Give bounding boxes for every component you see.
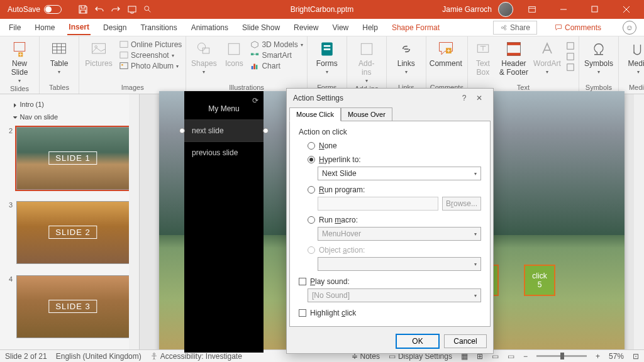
thumbnail-slide-2[interactable]: SLIDE 1 (16, 127, 130, 190)
thumbnail-slide-3[interactable]: SLIDE 2 (16, 201, 130, 264)
dialog-tab-over[interactable]: Mouse Over (341, 107, 392, 121)
ok-button[interactable]: OK (396, 334, 439, 348)
links-button[interactable]: Links▾ (391, 40, 422, 75)
user-avatar[interactable] (498, 2, 513, 17)
toggle-switch[interactable] (44, 5, 62, 14)
minimize-icon[interactable] (551, 0, 576, 19)
dialog-help-icon[interactable]: ? (457, 94, 472, 102)
textbox-button[interactable]: Text Box (472, 40, 494, 77)
text-mini-1[interactable] (566, 41, 575, 50)
svg-rect-20 (256, 65, 258, 69)
screenshot-button[interactable]: Screenshot ▾ (119, 51, 182, 60)
zoom-in-icon[interactable]: + (596, 352, 600, 361)
check-play-sound[interactable]: Play sound: (299, 277, 481, 286)
svg-point-13 (198, 43, 206, 50)
group-slides-label: Slides (4, 84, 35, 94)
autosave-toggle[interactable]: AutoSave (3, 5, 67, 14)
tab-shape-format[interactable]: Shape Format (391, 21, 441, 35)
object-action-select: ▾ (318, 257, 481, 271)
pictures-button[interactable]: Pictures (83, 40, 114, 68)
tab-home[interactable]: Home (33, 21, 56, 35)
slide-indicator[interactable]: Slide 2 of 21 (5, 352, 47, 361)
online-pictures-button[interactable]: Online Pictures (119, 40, 182, 49)
radio-none[interactable]: None (308, 141, 481, 150)
tab-design[interactable]: Design (102, 21, 128, 35)
media-button[interactable]: Media▾ (623, 40, 644, 75)
close-icon[interactable] (614, 0, 639, 19)
zoom-level[interactable]: 57% (609, 352, 624, 361)
tab-help[interactable]: Help (361, 21, 379, 35)
refresh-icon[interactable]: ⟳ (252, 96, 258, 105)
svg-point-8 (95, 46, 97, 48)
slideshow-icon[interactable] (127, 4, 137, 14)
radio-run-program[interactable]: Run program: (308, 185, 481, 194)
tab-view[interactable]: View (331, 21, 350, 35)
title-bar: AutoSave BrightCarbon.pptm Jamie Garroch (0, 0, 644, 19)
redo-icon[interactable] (111, 4, 121, 14)
chevron-down-icon: ▾ (474, 171, 477, 177)
addins-button[interactable]: Add- ins▾ (351, 40, 382, 84)
icons-button[interactable]: Icons (223, 40, 245, 68)
tab-insert[interactable]: Insert (67, 20, 91, 35)
svg-point-12 (121, 64, 123, 66)
outline-scrollbar[interactable] (129, 94, 139, 349)
symbols-button[interactable]: Symbols▾ (583, 40, 614, 75)
document-title: BrightCarbon.pptm (291, 5, 354, 14)
save-icon[interactable] (78, 4, 88, 14)
smartart-button[interactable]: SmartArt (250, 51, 303, 60)
svg-rect-2 (529, 7, 536, 13)
fit-window-icon[interactable]: ⊡ (633, 352, 639, 361)
zoom-out-icon[interactable]: − (523, 352, 528, 361)
photo-album-button[interactable]: Photo Album ▾ (119, 62, 182, 70)
canvas-scrollbar[interactable] (634, 94, 644, 349)
tab-transitions[interactable]: Transitions (139, 21, 178, 35)
ribbon-options-icon[interactable] (519, 0, 545, 19)
text-mini-2[interactable] (566, 52, 575, 61)
share-button[interactable]: Share (493, 21, 537, 35)
shapes-button[interactable]: Shapes▾ (190, 40, 218, 75)
tab-file[interactable]: File (8, 21, 22, 35)
view-slideshow-icon[interactable]: ▭ (508, 352, 514, 361)
wordart-button[interactable]: WordArt▾ (533, 40, 561, 75)
maximize-icon[interactable] (582, 0, 608, 19)
svg-rect-6 (53, 43, 66, 53)
user-name: Jamie Garroch (442, 5, 492, 14)
hyperlink-select[interactable]: Next Slide▾ (318, 167, 481, 180)
radio-hyperlink[interactable]: Hyperlink to: (308, 155, 481, 164)
click-box-5[interactable]: click5 (524, 265, 555, 296)
3d-models-button[interactable]: 3D Models ▾ (250, 40, 303, 49)
language-indicator[interactable]: English (United Kingdom) (56, 352, 142, 361)
dialog-close-icon[interactable]: ✕ (472, 94, 487, 102)
menu-item-next[interactable]: next slide (184, 119, 264, 141)
undo-icon[interactable] (94, 4, 104, 14)
tab-slideshow[interactable]: Slide Show (241, 21, 281, 35)
check-highlight[interactable]: Highlight click (299, 309, 481, 317)
svg-rect-30 (567, 43, 574, 50)
accessibility-button[interactable]: Accessibility: Investigate (150, 352, 242, 361)
radio-run-macro[interactable]: Run macro: (308, 216, 481, 224)
chart-button[interactable]: Chart (250, 62, 303, 70)
tab-review[interactable]: Review (292, 21, 319, 35)
section-intro[interactable]: Intro (1) (4, 98, 135, 111)
search-area[interactable] (137, 5, 177, 14)
new-slide-button[interactable]: New Slide▾ (4, 40, 35, 84)
section-nav[interactable]: Nav on slide (4, 111, 135, 123)
menu-shape[interactable]: My Menu⟳ next slide previous slide (184, 91, 264, 353)
search-icon (143, 5, 152, 14)
cancel-button[interactable]: Cancel (444, 334, 487, 348)
table-button[interactable]: Table▾ (43, 40, 75, 75)
menu-item-prev[interactable]: previous slide (184, 141, 264, 163)
comments-button[interactable]: Comments (548, 21, 608, 34)
text-mini-3[interactable] (566, 63, 575, 72)
feedback-icon[interactable]: ☺ (623, 21, 636, 35)
zoom-slider[interactable] (536, 355, 587, 357)
forms-button[interactable]: Forms▾ (311, 40, 343, 75)
header-footer-button[interactable]: Header & Footer (499, 40, 528, 77)
ribbon: New Slide▾ Slides Table▾ Tables Pictures… (0, 36, 644, 94)
comment-button[interactable]: Comment (430, 40, 462, 68)
thumbnail-slide-4[interactable]: SLIDE 3 (16, 275, 130, 338)
svg-rect-18 (252, 66, 253, 69)
svg-rect-0 (128, 6, 136, 12)
tab-animations[interactable]: Animations (190, 21, 230, 35)
dialog-tab-click[interactable]: Mouse Click (289, 107, 341, 121)
